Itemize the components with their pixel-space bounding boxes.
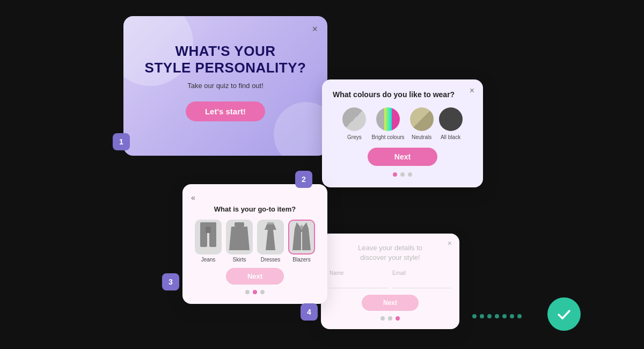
dresses-image [257, 220, 284, 255]
color-label-neutrals: Neutrals [412, 134, 431, 140]
card3-dot-1 [245, 290, 250, 294]
clothing-item-skirts[interactable]: Skirts [226, 220, 253, 263]
color-option-neutrals[interactable]: Neutrals [410, 107, 434, 140]
card1-subtitle: Take our quiz to find out! [140, 82, 311, 90]
card3-back-button[interactable]: « [191, 193, 195, 202]
step-badge-2: 2 [295, 171, 312, 188]
card2-title: What colours do you like to wear? [333, 90, 472, 99]
skirts-label: Skirts [233, 257, 246, 263]
card1-start-button[interactable]: Let's start! [186, 101, 265, 121]
dotted-dot-3 [487, 314, 492, 318]
svg-rect-4 [235, 222, 244, 227]
card4-close-button[interactable]: × [448, 239, 452, 248]
card1-title: WHAT'S YOURSTYLE PERSONALITY? [140, 43, 311, 76]
card4-dot-2 [388, 316, 392, 321]
card4-dot-3 [396, 316, 400, 321]
card2-close-button[interactable]: × [470, 86, 474, 96]
step-badge-1: 1 [113, 133, 130, 150]
svg-rect-6 [267, 222, 274, 224]
dotted-dot-5 [502, 314, 507, 318]
clothing-item-blazers[interactable]: Blazers [288, 220, 315, 263]
color-option-black[interactable]: All black [439, 107, 463, 140]
dresses-label: Dresses [261, 257, 281, 263]
card4-fields: Name Email [330, 270, 451, 288]
card4-email-wrap: Email [392, 270, 451, 288]
svg-rect-3 [206, 227, 211, 233]
color-label-black: All black [441, 134, 460, 140]
card2-next-button[interactable]: Next [368, 148, 437, 166]
color-circle-bright [376, 107, 400, 131]
skirts-image [226, 220, 253, 255]
color-circle-black [439, 107, 463, 131]
card4-name-wrap: Name [330, 270, 388, 288]
jeans-image [195, 220, 222, 255]
card4-name-input[interactable] [330, 278, 388, 288]
jeans-label: Jeans [201, 257, 216, 263]
card-1: × WHAT'S YOURSTYLE PERSONALITY? Take our… [123, 16, 327, 156]
card1-blob2 [274, 102, 327, 156]
checkmark-icon [555, 306, 573, 323]
color-circle-neutrals [410, 107, 434, 131]
card1-close-button[interactable]: × [312, 24, 318, 35]
card-3: « What is your go-to item? Jeans [182, 184, 327, 304]
dotted-dot-6 [510, 314, 514, 318]
color-option-greys[interactable]: Greys [342, 107, 366, 140]
card2-dot-1 [393, 172, 397, 177]
card2-dot-3 [408, 172, 412, 177]
card3-dot-2 [253, 290, 257, 294]
color-label-bright: Bright colours [371, 134, 404, 140]
dotted-dot-4 [495, 314, 499, 318]
dotted-dot-1 [472, 314, 477, 318]
card3-dot-3 [260, 290, 265, 294]
card-4: × Leave your details todiscover your sty… [321, 234, 459, 329]
card4-email-input[interactable] [392, 278, 451, 288]
color-circle-greys [342, 107, 366, 131]
card-2: × What colours do you like to wear? Grey… [322, 79, 483, 187]
step-badge-3: 3 [162, 273, 179, 290]
svg-marker-5 [229, 227, 250, 250]
completion-dotted-line [472, 314, 522, 318]
card4-email-label: Email [392, 270, 451, 276]
step-badge-4: 4 [301, 303, 318, 321]
card3-title: What is your go-to item? [191, 205, 319, 213]
color-option-bright[interactable]: Bright colours [371, 107, 404, 140]
blazers-image [288, 220, 315, 255]
card4-progress-dots [330, 316, 451, 321]
dotted-dot-2 [480, 314, 484, 318]
color-label-greys: Greys [347, 134, 362, 140]
card2-dot-2 [400, 172, 405, 177]
card4-name-label: Name [330, 270, 388, 276]
completion-checkmark [547, 297, 581, 331]
card4-dot-1 [380, 316, 385, 321]
card4-title: Leave your details todiscover your style… [330, 243, 451, 263]
card2-color-options: Greys Bright colours Neutrals All black [333, 107, 472, 140]
card3-clothing-options: Jeans Skirts Dresses [191, 220, 319, 263]
card3-progress-dots [191, 290, 319, 294]
clothing-item-jeans[interactable]: Jeans [195, 220, 222, 263]
dotted-dot-7 [517, 314, 522, 318]
clothing-item-dresses[interactable]: Dresses [257, 220, 284, 263]
card3-next-button[interactable]: Next [226, 268, 284, 285]
card2-progress-dots [333, 172, 472, 177]
card4-next-button[interactable]: Next [362, 295, 419, 311]
blazers-label: Blazers [292, 257, 310, 263]
